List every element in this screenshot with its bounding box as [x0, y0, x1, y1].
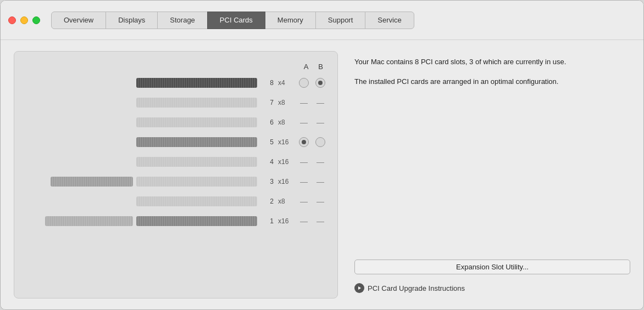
indicator-4-b: —	[315, 157, 325, 167]
slot-indicators-7: — —	[296, 98, 329, 108]
slot-number-4: 4	[263, 158, 274, 166]
tab-storage[interactable]: Storage	[157, 12, 208, 29]
pci-panel: A B 8 x4	[14, 51, 338, 298]
slot-bars-5	[23, 137, 257, 147]
indicator-1-a: —	[299, 216, 309, 226]
slot-indicators-3: — —	[296, 177, 329, 187]
expansion-slot-utility-button[interactable]: Expansion Slot Utility...	[354, 260, 630, 274]
maximize-button[interactable]	[32, 16, 40, 24]
info-panel: Your Mac contains 8 PCI card slots, 3 of…	[354, 51, 630, 298]
titlebar: Overview Displays Storage PCI Cards Memo…	[1, 1, 643, 40]
col-ab-labels: A B	[304, 63, 323, 71]
slot-row-7: 7 x8 — —	[23, 95, 329, 110]
slot-indicators-1: — —	[296, 216, 329, 226]
indicator-2-a: —	[299, 196, 309, 206]
indicator-7-b: —	[315, 98, 325, 108]
slot-number-5: 5	[263, 138, 274, 146]
bar-6-right	[136, 117, 257, 127]
slot-indicators-8	[296, 78, 329, 88]
slot-bars-6	[23, 117, 257, 127]
slot-row-2: 2 x8 — —	[23, 194, 329, 209]
slot-row-4: 4 x16 — —	[23, 154, 329, 170]
info-spacer	[354, 106, 630, 260]
slot-number-7: 7	[263, 99, 274, 106]
bar-3-right	[136, 177, 257, 187]
indicator-3-b: —	[315, 177, 325, 187]
slot-speed-4: x16	[278, 158, 296, 166]
bar-1-right	[136, 216, 257, 226]
slot-row-8: 8 x4	[23, 75, 329, 91]
upgrade-link-label: PCI Card Upgrade Instructions	[368, 284, 465, 292]
bar-2-right	[136, 196, 257, 206]
slot-speed-5: x16	[278, 138, 296, 146]
info-description: Your Mac contains 8 PCI card slots, 3 of…	[354, 57, 630, 95]
close-button[interactable]	[8, 16, 16, 24]
indicator-7-a: —	[299, 98, 309, 108]
slot-row-5: 5 x16	[23, 134, 329, 150]
col-b-label: B	[318, 63, 323, 71]
indicator-1-b: —	[315, 216, 325, 226]
tab-service[interactable]: Service	[365, 12, 414, 29]
info-text-1: Your Mac contains 8 PCI card slots, 3 of…	[354, 57, 630, 67]
bar-5-right	[136, 137, 257, 147]
info-text-2: The installed PCI cards are arranged in …	[354, 76, 630, 87]
indicator-5-b	[315, 137, 325, 147]
indicator-2-b: —	[315, 196, 325, 206]
slot-bars-2	[23, 196, 257, 206]
indicator-3-a: —	[299, 177, 309, 187]
slot-row-6: 6 x8 — —	[23, 115, 329, 130]
indicator-4-a: —	[299, 157, 309, 167]
indicator-8-b	[315, 78, 325, 88]
traffic-lights	[8, 16, 40, 24]
tab-memory[interactable]: Memory	[265, 12, 316, 29]
slot-speed-7: x8	[278, 99, 296, 106]
slot-bars-7	[23, 98, 257, 108]
tab-pci-cards[interactable]: PCI Cards	[207, 12, 265, 29]
slot-header: A B	[23, 63, 329, 71]
tab-overview[interactable]: Overview	[51, 12, 106, 29]
bar-8-right	[136, 78, 257, 88]
slot-speed-3: x16	[278, 178, 296, 185]
slot-bars-1	[23, 216, 257, 226]
slot-number-2: 2	[263, 198, 274, 205]
bar-7-right	[136, 98, 257, 108]
minimize-button[interactable]	[20, 16, 28, 24]
upgrade-instructions-link[interactable]: PCI Card Upgrade Instructions	[354, 283, 630, 293]
slot-indicators-2: — —	[296, 196, 329, 206]
main-window: Overview Displays Storage PCI Cards Memo…	[0, 0, 644, 310]
slot-number-6: 6	[263, 119, 274, 126]
slot-bars-3	[23, 177, 257, 187]
indicator-6-a: —	[299, 117, 309, 127]
col-a-label: A	[304, 63, 309, 71]
main-content: A B 8 x4	[1, 40, 643, 309]
bar-4-right	[136, 157, 257, 167]
slot-speed-2: x8	[278, 198, 296, 205]
tab-displays[interactable]: Displays	[106, 12, 158, 29]
slot-speed-1: x16	[278, 217, 296, 225]
slot-bars-4	[23, 157, 257, 167]
indicator-8-a	[299, 78, 309, 88]
slot-bars-8	[23, 78, 257, 88]
slot-speed-8: x4	[278, 79, 296, 87]
arrow-circle-icon	[354, 283, 364, 293]
slot-indicators-6: — —	[296, 117, 329, 127]
bar-3-left	[51, 177, 133, 187]
tab-support[interactable]: Support	[315, 12, 366, 29]
slot-number-1: 1	[263, 217, 274, 225]
indicator-5-a	[299, 137, 309, 147]
slot-indicators-5	[296, 137, 329, 147]
slot-row-3: 3 x16 — —	[23, 174, 329, 189]
slot-number-8: 8	[263, 79, 274, 87]
bar-1-left	[45, 216, 133, 226]
svg-marker-0	[358, 286, 361, 290]
slot-indicators-4: — —	[296, 157, 329, 167]
slot-row-1: 1 x16 — —	[23, 213, 329, 229]
slot-number-3: 3	[263, 178, 274, 185]
slot-speed-6: x8	[278, 119, 296, 126]
tab-bar: Overview Displays Storage PCI Cards Memo…	[51, 12, 414, 29]
indicator-6-b: —	[315, 117, 325, 127]
